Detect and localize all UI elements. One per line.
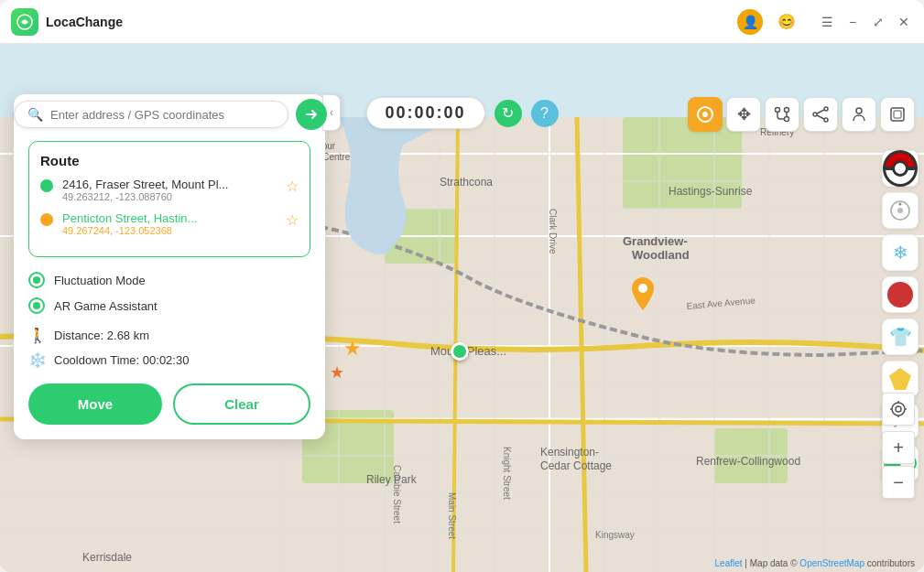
svg-text:Cambie Street: Cambie Street [392, 465, 402, 523]
route-mode-button[interactable] [765, 97, 799, 132]
svg-point-55 [785, 108, 789, 113]
main-area: Grandview- Woodland Hastings-Sunrise Mou… [0, 44, 924, 572]
fluctuation-radio[interactable] [28, 272, 45, 288]
leaflet-link[interactable]: Leaflet [715, 558, 743, 568]
cooldown-info: ❄️ Cooldown Time: 00:02:30 [28, 351, 310, 369]
teleport-mode-button[interactable] [688, 97, 723, 132]
side-panel: Teleport Mode Route 2416, Fraser Street,… [14, 94, 325, 439]
svg-text:Strathcona: Strathcona [440, 176, 493, 189]
snowflake-icon: ❄ [893, 242, 908, 264]
svg-rect-62 [891, 108, 904, 121]
svg-text:Grandview-: Grandview- [623, 234, 688, 248]
svg-text:Riley Park: Riley Park [366, 473, 418, 486]
svg-point-53 [776, 108, 780, 113]
svg-point-58 [824, 118, 828, 122]
route-end-coords: 49.267244, -123.052368 [62, 225, 278, 236]
search-go-button[interactable] [296, 99, 327, 130]
search-icon: 🔍 [27, 107, 43, 122]
red-button[interactable] [882, 276, 919, 313]
distance-label: Distance: 2.68 km [54, 329, 149, 342]
clear-button[interactable]: Clear [173, 383, 310, 425]
compass-button[interactable] [882, 192, 919, 229]
gem-button[interactable] [882, 361, 919, 397]
route-end-content: Penticton Street, Hastin... 49.267244, -… [62, 211, 278, 236]
move-mode-button[interactable]: ✥ [726, 97, 761, 132]
app-title: LocaChange [46, 15, 737, 29]
move-button[interactable]: Move [28, 383, 162, 425]
svg-text:Clark Drive: Clark Drive [548, 209, 558, 254]
svg-point-68 [896, 406, 901, 412]
svg-point-65 [897, 208, 903, 213]
timer-help-button[interactable]: ? [531, 100, 559, 127]
options-section: Fluctuation Mode AR Game Assistant [28, 272, 310, 314]
waypoint-star-marker-2: ★ [330, 362, 344, 383]
search-input-wrap[interactable]: 🔍 [14, 101, 288, 128]
shirt-button[interactable]: 👕 [882, 318, 919, 355]
svg-point-50 [638, 284, 647, 293]
svg-rect-63 [894, 111, 901, 118]
route-end-favorite[interactable]: ☆ [286, 211, 299, 229]
timer-bar: 00:00:00 ↻ ? [365, 97, 558, 129]
route-item-start: 2416, Fraser Street, Mount Pl... 49.2632… [40, 178, 299, 202]
svg-point-54 [785, 117, 789, 122]
route-end-address[interactable]: Penticton Street, Hastin... [62, 211, 278, 225]
zoom-in-button[interactable]: + [882, 431, 915, 464]
close-button[interactable]: ✕ [895, 15, 913, 29]
location-button[interactable] [882, 393, 915, 426]
svg-text:Knight Street: Knight Street [502, 447, 512, 500]
cooldown-label: Cooldown Time: 00:02:30 [54, 353, 189, 367]
svg-text:Cedar Cottage: Cedar Cottage [540, 459, 612, 472]
svg-point-56 [824, 107, 828, 111]
pokeball-button[interactable] [882, 150, 919, 187]
route-label: Route [40, 153, 299, 168]
svg-text:Main Street: Main Street [447, 492, 457, 539]
maximize-button[interactable]: ⤢ [869, 15, 887, 29]
mode-toolbar: ✥ [688, 97, 915, 132]
svg-line-60 [817, 115, 824, 119]
gem-icon [889, 368, 911, 390]
zoom-out-button[interactable]: − [882, 466, 915, 499]
ar-radio[interactable] [28, 297, 45, 314]
route-dot-start [40, 179, 53, 192]
svg-point-57 [813, 113, 817, 116]
timer-refresh-button[interactable]: ↻ [495, 100, 522, 127]
waypoint-star-marker: ★ [343, 337, 362, 361]
zoom-controls: + − [882, 393, 915, 499]
route-item-end: Penticton Street, Hastin... 49.267244, -… [40, 211, 299, 236]
compass-icon [890, 200, 910, 221]
attribution-separator: | Map data © [745, 558, 799, 568]
window-controls: ☰ − ⤢ ✕ [818, 15, 913, 29]
person-mode-button[interactable] [842, 97, 876, 132]
svg-text:Hastings-Sunrise: Hastings-Sunrise [669, 185, 753, 198]
user-avatar-icon[interactable]: 👤 [737, 9, 763, 35]
minimize-button[interactable]: − [843, 15, 862, 29]
app-logo [11, 8, 38, 36]
history-mode-button[interactable] [880, 97, 915, 132]
osm-link[interactable]: OpenStreetMap [799, 558, 864, 568]
current-location-marker [451, 342, 469, 361]
svg-text:Kensington-: Kensington- [540, 446, 599, 459]
shirt-icon: 👕 [889, 326, 912, 348]
fluctuation-label: Fluctuation Mode [54, 274, 146, 287]
emoji-icon[interactable]: 😊 [774, 9, 799, 35]
pokeball-icon [883, 150, 918, 187]
cooldown-icon: ❄️ [28, 351, 47, 369]
option-ar: AR Game Assistant [28, 297, 310, 314]
svg-point-61 [856, 108, 862, 113]
svg-point-66 [899, 203, 902, 206]
route-start-favorite[interactable]: ☆ [286, 178, 299, 195]
action-buttons: Move Clear [28, 383, 310, 425]
snowflake-button[interactable]: ❄ [882, 234, 919, 271]
share-mode-button[interactable] [803, 97, 838, 132]
route-start-coords: 49.263212, -123.088760 [62, 191, 278, 202]
distance-info: 🚶 Distance: 2.68 km [28, 327, 310, 344]
route-section: Route 2416, Fraser Street, Mount Pl... 4… [28, 141, 310, 257]
option-fluctuation: Fluctuation Mode [28, 272, 310, 288]
search-input[interactable] [50, 108, 275, 122]
menu-icon[interactable]: ☰ [818, 15, 836, 29]
search-bar: 🔍 [14, 99, 327, 130]
titlebar-icons: 👤 😊 ☰ − ⤢ ✕ [737, 9, 913, 35]
attribution-contributors: contributors [867, 558, 915, 568]
info-section: 🚶 Distance: 2.68 km ❄️ Cooldown Time: 00… [28, 327, 310, 369]
svg-text:Woodland: Woodland [632, 248, 690, 262]
